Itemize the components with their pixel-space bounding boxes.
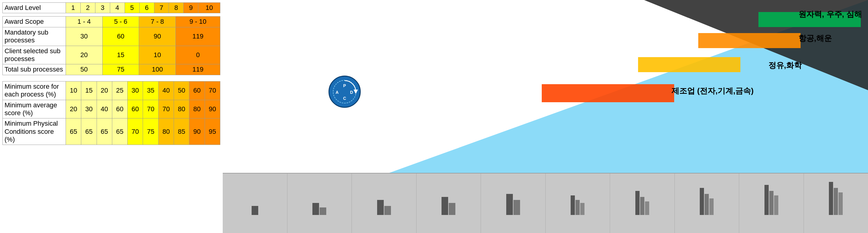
nuclear-label: 원자력, 우주, 심해 bbox=[799, 9, 862, 20]
scope-9-10: 9 - 10 bbox=[176, 16, 220, 27]
bar-9b bbox=[769, 191, 774, 215]
bar-group-4 bbox=[441, 176, 455, 215]
bar-10b bbox=[834, 188, 838, 215]
total-label: Total sub processes bbox=[3, 64, 66, 75]
refinery-label: 정유,화학 bbox=[768, 60, 802, 71]
client-1-4: 20 bbox=[66, 46, 103, 64]
total-5-6: 75 bbox=[102, 64, 139, 75]
award-level-label: Award Level bbox=[3, 3, 66, 13]
min-score-8: 50 bbox=[174, 81, 189, 100]
phys-score-8: 85 bbox=[174, 119, 189, 145]
min-score-1: 10 bbox=[66, 81, 81, 100]
award-scope-label: Award Scope bbox=[3, 16, 66, 27]
grid-cell-2 bbox=[287, 173, 352, 233]
bar-8a bbox=[700, 188, 704, 215]
level-5: 5 bbox=[125, 3, 140, 13]
level-10: 10 bbox=[198, 3, 220, 13]
refinery-band bbox=[638, 57, 740, 72]
svg-text:C: C bbox=[343, 96, 346, 101]
avg-score-2: 30 bbox=[81, 100, 97, 119]
avg-score-3: 40 bbox=[97, 100, 112, 119]
bar-group-2 bbox=[312, 176, 326, 215]
level-3: 3 bbox=[95, 3, 110, 13]
grid-cell-8 bbox=[675, 173, 740, 233]
client-9-10: 0 bbox=[176, 46, 220, 64]
client-label: Client selected sub processes bbox=[3, 46, 66, 64]
bar-7a bbox=[636, 191, 640, 215]
bar-2b bbox=[320, 207, 326, 215]
phys-score-3: 65 bbox=[97, 119, 112, 145]
mandatory-5-6: 60 bbox=[102, 27, 139, 46]
min-score-9: 60 bbox=[189, 81, 205, 100]
svg-text:A: A bbox=[336, 90, 339, 95]
phys-score-9: 90 bbox=[189, 119, 205, 145]
bar-9c bbox=[774, 195, 778, 215]
bar-group-10 bbox=[829, 176, 843, 215]
manufacturing-band bbox=[542, 84, 674, 102]
bar-4a bbox=[441, 197, 448, 215]
min-score-2: 15 bbox=[81, 81, 97, 100]
bar-group-8 bbox=[700, 176, 714, 215]
min-score-3: 20 bbox=[97, 81, 112, 100]
grid-cell-10 bbox=[804, 173, 868, 233]
scope-7-8: 7 - 8 bbox=[139, 16, 176, 27]
mandatory-label: Mandatory sub processes bbox=[3, 27, 66, 46]
min-score-label: Minimum score for each process (%) bbox=[3, 81, 66, 100]
phys-score-10: 95 bbox=[205, 119, 220, 145]
grid-cell-3 bbox=[352, 173, 416, 233]
level-1: 1 bbox=[66, 3, 81, 13]
right-panel: 원자력, 우주, 심해 항공,해운 정유,화학 제조업 (전자,기계,금속) P… bbox=[223, 0, 868, 233]
bar-5a bbox=[506, 194, 513, 215]
grid-cell-5 bbox=[481, 173, 546, 233]
svg-text:P: P bbox=[343, 83, 346, 88]
grid-cell-4 bbox=[416, 173, 481, 233]
level-6: 6 bbox=[140, 3, 154, 13]
avg-score-4: 60 bbox=[112, 100, 127, 119]
avg-score-6: 70 bbox=[143, 100, 158, 119]
award-level-table: Award Level 1 2 3 4 5 6 7 8 9 10 bbox=[2, 2, 220, 13]
level-4: 4 bbox=[110, 3, 125, 13]
bar-8c bbox=[709, 198, 714, 215]
level-9: 9 bbox=[184, 3, 198, 13]
scores-table: Minimum score for each process (%) 10 15… bbox=[2, 81, 220, 145]
min-score-4: 25 bbox=[112, 81, 127, 100]
bar-6b bbox=[576, 200, 580, 215]
aviation-label: 항공,해운 bbox=[799, 33, 832, 43]
pdca-circle: P D C A bbox=[328, 75, 361, 108]
min-score-10: 70 bbox=[205, 81, 220, 100]
total-1-4: 50 bbox=[66, 64, 103, 75]
phys-score-5: 70 bbox=[128, 119, 143, 145]
bar-4b bbox=[449, 203, 455, 215]
grid-cell-1 bbox=[223, 173, 287, 233]
left-panel: Award Level 1 2 3 4 5 6 7 8 9 10 Award S… bbox=[0, 0, 223, 233]
bar-9a bbox=[765, 185, 769, 215]
aviation-band bbox=[698, 33, 801, 48]
min-score-5: 30 bbox=[128, 81, 143, 100]
client-7-8: 10 bbox=[139, 46, 176, 64]
scope-1-4: 1 - 4 bbox=[66, 16, 103, 27]
award-scope-table: Award Scope 1 - 4 5 - 6 7 - 8 9 - 10 Man… bbox=[2, 16, 220, 75]
svg-text:D: D bbox=[350, 90, 353, 95]
phys-score-2: 65 bbox=[81, 119, 97, 145]
bar-8b bbox=[705, 194, 709, 215]
bar-1a bbox=[252, 206, 258, 215]
bar-2a bbox=[312, 203, 319, 215]
bar-group-3 bbox=[377, 176, 391, 215]
grid-cell-6 bbox=[546, 173, 610, 233]
mandatory-7-8: 90 bbox=[139, 27, 176, 46]
min-score-7: 40 bbox=[158, 81, 174, 100]
manufacturing-label: 제조업 (전자,기계,금속) bbox=[672, 86, 754, 96]
total-7-8: 100 bbox=[139, 64, 176, 75]
bar-7b bbox=[640, 197, 644, 215]
bar-group-7 bbox=[636, 176, 649, 215]
grid-cell-7 bbox=[610, 173, 675, 233]
phys-score-1: 65 bbox=[66, 119, 81, 145]
phys-score-6: 75 bbox=[143, 119, 158, 145]
bar-10a bbox=[829, 182, 833, 215]
mandatory-1-4: 30 bbox=[66, 27, 103, 46]
bar-7c bbox=[645, 201, 649, 215]
avg-score-7: 70 bbox=[158, 100, 174, 119]
avg-score-1: 20 bbox=[66, 100, 81, 119]
level-7: 7 bbox=[154, 3, 169, 13]
bottom-grid bbox=[223, 173, 868, 233]
